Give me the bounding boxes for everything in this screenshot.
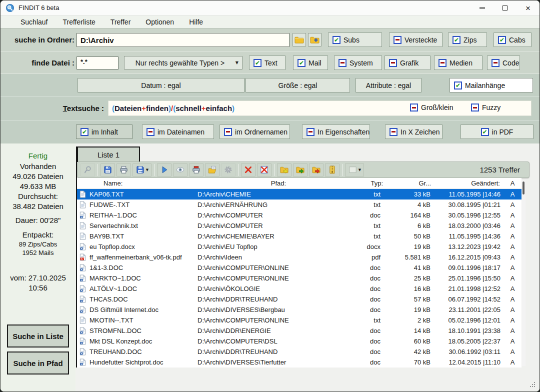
table-row[interactable]: MARKTO~1.DOCD:\Archiv\COMPUTER\ONLINEdoc… [77,273,522,284]
folder-path-input[interactable]: D:\Archiv [76,33,290,47]
table-row[interactable]: TREUHAND.DOCD:\Archiv\DDR\TREUHANDdoc42 … [77,346,522,357]
column-header-ge-ndert[interactable]: Geändert: [434,178,504,188]
copy-folder-yellow-button[interactable] [277,164,292,176]
table-row[interactable]: REITHA~1.DOCD:\Archiv\COMPUTERdoc164 kB3… [77,210,522,220]
file-pattern-input[interactable]: *.* [76,56,118,70]
column-header-typ[interactable]: Typ: [362,178,386,188]
search-again-button[interactable] [80,164,95,176]
code-toggle[interactable]: Code [487,56,520,70]
gr-e-filter-button[interactable]: Größe : egal [246,78,350,92]
system-toggle[interactable]: System [334,56,382,70]
table-row[interactable]: FUDWE-.TXTD:\Archiv\ERNÄHRUNGtxt4 kB30.0… [77,200,522,210]
zips-toggle[interactable]: ✔Zips [448,32,487,47]
checkbox-minus-icon [146,128,154,136]
table-row[interactable]: Servertechnik.txtD:\Archiv\COMPUTERtxt6 … [77,220,522,231]
settings-gear-button[interactable] [221,164,236,176]
file-size: 50 kB [386,231,434,242]
maximize-button[interactable] [494,0,516,16]
checkbox-minus-icon [338,59,346,67]
gro-klein-toggle[interactable]: Groß/klein [410,104,454,112]
table-row[interactable]: 1&1-3.DOCD:\Archiv\COMPUTER\ONLINEdoc41 … [77,262,522,273]
layout-dropdown-button[interactable]: ▼ [345,164,364,176]
browse-folder-button[interactable] [292,33,306,46]
mailanh-nge-toggle[interactable]: ✔Mailanhänge [450,78,533,92]
column-header-gr[interactable]: Gr... [386,178,434,188]
text-search-input[interactable]: (Dateien + finden) / (schnell + einfach)… [108,100,532,116]
table-row[interactable]: Hundefutter Sichtprot.docD:\Archiv\DIVER… [77,357,522,368]
im-dateinamen-toggle[interactable]: im Dateinamen [142,124,214,139]
file-modified: 23.11.2001 |22:05 [434,304,504,315]
save-button[interactable] [100,164,115,176]
file-type-doc-icon [80,358,86,366]
menu-item-trefferliste[interactable]: Trefferliste [62,18,95,26]
menu-item-treffer[interactable]: Treffer [110,18,130,26]
delete-button[interactable] [241,164,256,176]
delete-all-button[interactable] [257,164,272,176]
table-row[interactable]: MKOTIN--.TXTD:\Archiv\COMPUTER\ONLINEtxt… [77,315,522,326]
preview-eye-button[interactable] [173,164,188,176]
table-row[interactable]: ff_waffenmeinerbank_v06-tk.pdfD:\Archiv\… [77,252,522,262]
checkbox-minus-icon [306,128,314,136]
table-row[interactable]: KAP06.TXTD:\Archiv\CHEMIEtxt33 kB11.05.1… [77,189,522,200]
checkbox-minus-icon [492,59,500,67]
search-in-path-button[interactable]: Suche in Pfad [7,352,69,374]
tab-liste-1[interactable]: Liste 1 [77,146,140,162]
in-pdf-toggle[interactable]: ✔in PDF [460,124,534,139]
file-modified: 18.03.2000 |03:46 [434,220,504,231]
checkbox-minus-icon [224,128,232,136]
menu-item-hilfe[interactable]: Hilfe [189,18,203,26]
table-row[interactable]: DS Giftmüll Internet.docD:\Archiv\DIVERS… [77,304,522,315]
im-inhalt-toggle[interactable]: ✔im Inhalt [76,124,132,139]
checkbox-checked-icon: ✔ [254,59,262,67]
menu-item-optionen[interactable]: Optionen [146,18,174,26]
run-date: vom: 27.10.2025 [0,273,76,283]
print-report-button[interactable] [189,164,204,176]
table-row[interactable]: BAY9B.TXTD:\Archiv\CHEMIE\BAYERtxt50 kB1… [77,231,522,242]
resize-grip[interactable] [530,382,536,388]
copy-folder-green-button[interactable] [293,164,308,176]
file-path: D:\Archiv\DIVERSES\Bergbau [196,304,362,315]
column-header-name[interactable]: Name: [88,178,196,188]
search-in-list-button[interactable]: Suche in Liste [7,324,69,348]
grafik-toggle[interactable]: Grafik [384,56,430,70]
chevron-down-icon: ▼ [146,168,148,172]
file-path: D:\Archiv\Ideen [196,252,362,262]
close-button[interactable]: × [516,0,540,16]
table-row[interactable]: ALTÖLV~1.DOCD:\Archiv\ÖKOLOGIEdoc16 kB21… [77,284,522,294]
table-row[interactable]: THCAS.DOCD:\Archiv\DDR\TREUHANDdoc57 kB0… [77,294,522,304]
in-x-zeichen-toggle[interactable]: In X Zeichen [385,124,442,139]
menu-item-suchlauf[interactable]: Suchlauf [20,18,48,26]
print-button[interactable] [116,164,131,176]
vertical-scrollbar[interactable] [522,180,526,366]
scrollbar-thumb[interactable] [522,182,524,194]
table-row[interactable]: STROMFNL.DOCD:\Archiv\DDR\ENERGIEdoc14 k… [77,326,522,336]
zip-button[interactable] [325,164,340,176]
im-ordnernamen-toggle[interactable]: im Ordnernamen [220,124,290,139]
table-row[interactable]: eu Topflop.docxD:\Archiv\EU Topflopdocx1… [77,242,522,252]
open-file-button[interactable] [205,164,220,176]
query-segment: finden [146,104,168,112]
copy-folder-red-button[interactable] [309,164,324,176]
text-toggle[interactable]: ✔Text [249,56,286,70]
type-filter-dropdown[interactable]: Nur rechts gewählte Typen > ▼ [124,56,242,70]
attribute-filter-button[interactable]: Attribute : egal [356,78,422,92]
fuzzy-toggle[interactable]: Fuzzy [471,104,500,112]
play-button[interactable] [157,164,172,176]
cabs-toggle[interactable]: ✔Cabs [494,32,532,47]
file-type: txt [362,231,386,242]
table-row[interactable]: Mkt DSL Konzept.docD:\Archiv\COMPUTER\DS… [77,336,522,346]
versteckte-toggle[interactable]: Versteckte [389,32,442,47]
medien-toggle[interactable]: Medien [434,56,482,70]
add-folder-button[interactable] [308,33,322,46]
datum-filter-button[interactable]: Datum : egal [78,78,244,92]
subs-toggle[interactable]: ✔Subs [328,32,382,47]
file-attributes: A [504,284,522,294]
save-as-button[interactable]: ▼ [132,164,152,176]
minimize-button[interactable] [470,0,494,16]
column-header-a[interactable]: A [504,178,522,188]
column-header-pfad[interactable]: Pfad: [196,178,362,188]
chevron-down-icon: ▼ [358,168,361,172]
column-header-icon[interactable] [77,178,88,188]
in-eigenschaften-toggle[interactable]: In Eigenschaften [302,124,370,139]
mail-toggle[interactable]: ✔Mail [293,56,328,70]
